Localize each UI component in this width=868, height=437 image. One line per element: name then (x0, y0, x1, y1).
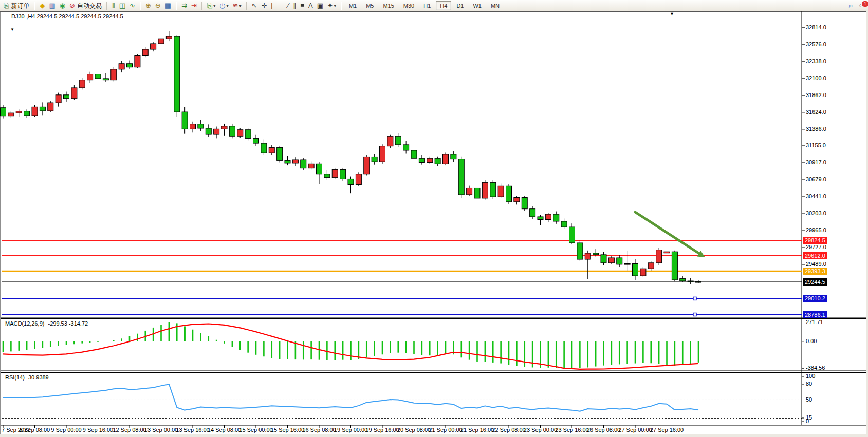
candle-body-down (569, 227, 575, 243)
right-edge-strip (866, 11, 868, 434)
trend-arrow-shaft[interactable] (635, 212, 699, 254)
price-tick-label: 31386.0 (806, 126, 826, 132)
time-axis-label: 23 Sep 00:00 (524, 427, 557, 433)
candle-body-up (221, 126, 227, 129)
time-axis-label: 14 Sep 08:00 (208, 427, 241, 433)
time-axis-label: 23 Sep 16:00 (555, 427, 588, 433)
price-tick-label: 30917.0 (806, 159, 826, 165)
candle-body-down (530, 209, 535, 217)
candle-body-down (522, 198, 527, 209)
time-axis-label: 19 Sep 16:00 (365, 427, 399, 433)
candle-body-down (64, 95, 69, 99)
rsi-indicator-label: RSI(14) 30.9389 (5, 374, 49, 381)
candle-body-down (395, 136, 401, 145)
candle-body-down (340, 169, 346, 179)
rsi-name: RSI(14) (5, 374, 25, 381)
price-tick-label: 29965.0 (806, 227, 826, 233)
candle-body-down (1, 108, 6, 116)
candle-body-up (48, 103, 53, 111)
candle-body-up (482, 182, 488, 198)
price-badge-support-line-1: 29010.2 (803, 295, 827, 302)
candle-body-up (292, 160, 298, 163)
candle-body-up (514, 198, 520, 202)
candle-body-up (332, 169, 338, 177)
candle-body-up (111, 69, 117, 80)
candle-body-down (617, 258, 622, 264)
price-tick-label: 32338.0 (806, 58, 826, 64)
candle-body-down (40, 107, 45, 111)
time-axis-label: 22 Sep 08:00 (492, 427, 525, 433)
candle-body-down (490, 182, 496, 197)
candle-body-up (56, 95, 61, 103)
price-tick-label: 30441.0 (806, 193, 826, 199)
candle-body-down (206, 128, 211, 134)
macd-axis-label: 0.00 (806, 338, 817, 344)
time-axis-label: 27 Sep 16:00 (650, 427, 684, 433)
candle-body-down (419, 158, 424, 162)
time-axis-label: 27 Sep 00:00 (618, 427, 652, 433)
time-axis-label: 9 Sep 16:00 (83, 427, 113, 433)
candle-body-up (443, 154, 449, 164)
candle-body-up (32, 107, 38, 116)
candle-body-down (372, 157, 377, 162)
macd-indicator-label: MACD(12,26,9) -299.53 -314.72 (5, 320, 88, 327)
price-tick-label: 31624.0 (806, 109, 826, 115)
candle-body-up (79, 80, 85, 88)
candle-body-down (261, 143, 267, 153)
candle-body-up (356, 174, 361, 185)
candle-body-up (151, 44, 156, 49)
time-axis-label: 15 Sep 16:00 (271, 427, 304, 433)
chart-plot (0, 0, 868, 437)
candle-body-up (8, 113, 14, 116)
candle-body-down (577, 243, 583, 259)
price-badge-current-price-line: 29244.5 (803, 278, 827, 286)
candle-body-up (387, 136, 393, 146)
candle-body-down (182, 112, 188, 129)
price-tick-label: 32814.0 (806, 24, 826, 30)
candle-body-up (427, 158, 433, 162)
rsi-axis-label: 80 (806, 381, 812, 387)
support-line-2-handle[interactable] (693, 313, 696, 316)
candle-body-down (474, 188, 480, 198)
price-tick-label: 30203.0 (806, 210, 826, 216)
candle-body-down (127, 64, 133, 67)
price-badge-support-line-2: 28786.1 (803, 311, 827, 318)
candle-body-up (545, 214, 551, 219)
candle-body-up (214, 129, 219, 134)
price-tick-label: 29727.0 (806, 244, 826, 250)
candle-body-up (380, 146, 385, 162)
price-badge-resistance-line-2: 29612.0 (803, 252, 827, 259)
candle-body-down (633, 263, 638, 276)
candle-body-down (229, 126, 235, 136)
candle-body-up (269, 147, 274, 153)
candle-body-down (435, 158, 440, 164)
candle-body-up (158, 39, 164, 44)
candle-body-up (664, 252, 670, 253)
candle-body-down (253, 138, 259, 143)
candle-body-up (308, 164, 314, 168)
macd-values: -299.53 -314.72 (48, 320, 88, 327)
chart-title-caret-icon[interactable]: ▼ (10, 27, 14, 32)
candle-body-up (364, 157, 370, 174)
candle-body-up (585, 253, 590, 259)
candle-body-up (142, 49, 148, 55)
candle-body-down (593, 253, 599, 255)
time-axis-label: 21 Sep 00:00 (429, 427, 462, 433)
candle-body-up (498, 186, 504, 197)
time-axis-label: 9 Sep 00:00 (51, 427, 81, 433)
candle-body-down (24, 111, 30, 116)
chart-shift-marker-icon[interactable]: ▼ (670, 11, 674, 16)
candle-body-down (245, 130, 251, 139)
price-tick-label: 32576.0 (806, 41, 826, 47)
candle-body-up (624, 263, 630, 264)
time-axis-label: 8 Sep 08:00 (20, 427, 50, 433)
candle-body-down (95, 74, 101, 79)
candle-body-up (467, 188, 472, 194)
candle-body-up (648, 263, 654, 269)
rsi-axis-label: 0 (806, 418, 809, 424)
candle-body-up (608, 258, 614, 263)
support-line-1-handle[interactable] (693, 297, 696, 300)
time-axis-label: 13 Sep 00:00 (144, 427, 178, 433)
candle-body-down (458, 159, 464, 195)
time-axis-label: 12 Sep 08:00 (113, 427, 146, 433)
